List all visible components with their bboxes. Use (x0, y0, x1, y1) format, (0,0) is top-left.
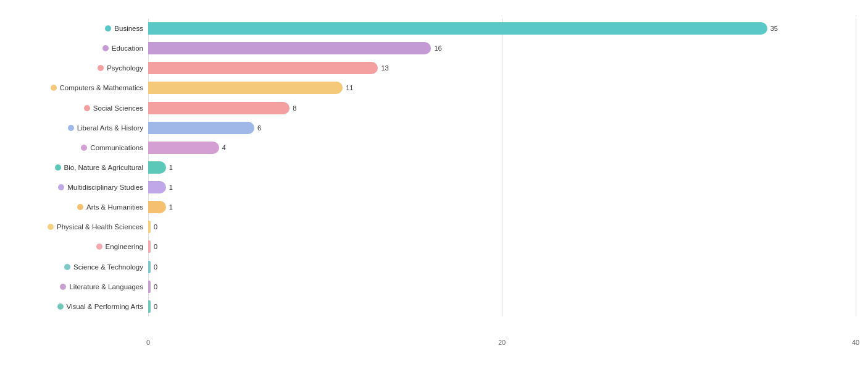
x-axis-label: 40 (852, 339, 859, 346)
category-dot (51, 85, 57, 91)
x-axis: 02040 (148, 336, 856, 349)
bar-label: Physical & Health Sciences (57, 223, 143, 231)
bar-value: 13 (381, 64, 388, 72)
table-row: Physical & Health Sciences0 (12, 218, 856, 235)
category-dot (58, 184, 64, 190)
bar-label: Multidisciplinary Studies (67, 184, 143, 191)
table-row: Literature & Languages0 (12, 278, 856, 295)
bar-value: 4 (222, 144, 226, 151)
category-dot (48, 224, 54, 230)
table-row: Communications4 (12, 139, 856, 156)
bar-label: Social Sciences (93, 104, 143, 112)
bar-label: Science & Technology (73, 263, 143, 271)
bar-label: Communications (90, 144, 143, 151)
bar-value: 1 (169, 203, 173, 211)
table-row: Social Sciences8 (12, 100, 856, 117)
bar-label: Education (112, 45, 143, 52)
bar (148, 181, 166, 193)
grid-line (856, 19, 856, 316)
category-dot (64, 264, 70, 270)
table-row: Visual & Performing Arts0 (12, 298, 856, 315)
bar-value: 0 (154, 223, 157, 231)
bar-value: 6 (257, 124, 261, 132)
table-row: Bio, Nature & Agricultural1 (12, 159, 856, 176)
table-row: Arts & Humanities1 (12, 198, 856, 216)
bar (148, 261, 151, 273)
category-dot (57, 303, 64, 310)
bar-label: Psychology (107, 64, 143, 72)
x-axis-label: 20 (498, 339, 506, 346)
table-row: Computers & Mathematics11 (12, 79, 856, 96)
category-dot (105, 25, 111, 32)
table-row: Multidisciplinary Studies1 (12, 179, 856, 196)
bar-label: Business (114, 25, 143, 32)
bar (148, 142, 219, 154)
table-row: Psychology13 (12, 59, 856, 77)
category-dot (68, 125, 74, 131)
bar-label: Engineering (106, 243, 143, 250)
table-row: Education16 (12, 40, 856, 57)
bar-label: Visual & Performing Arts (67, 303, 143, 310)
chart-container: Business35Education16Psychology13Compute… (0, 0, 868, 390)
chart-body: Business35Education16Psychology13Compute… (12, 19, 856, 334)
bar-label: Computers & Mathematics (60, 84, 144, 91)
bar (148, 240, 151, 253)
category-dot (81, 145, 87, 151)
bar (148, 221, 151, 233)
bar-value: 0 (154, 243, 157, 250)
category-dot (98, 65, 104, 71)
bar (148, 82, 343, 94)
bar-label: Literature & Languages (69, 283, 143, 290)
bar-value: 1 (169, 184, 173, 191)
category-dot (96, 244, 102, 250)
bar-value: 0 (154, 263, 157, 271)
category-dot (102, 45, 109, 51)
bar-rows: Business35Education16Psychology13Compute… (12, 19, 856, 316)
table-row: Engineering0 (12, 238, 856, 255)
bar-value: 11 (346, 84, 353, 91)
bar (148, 300, 151, 313)
bar (148, 22, 767, 35)
category-dot (55, 164, 61, 171)
table-row: Liberal Arts & History6 (12, 119, 856, 137)
bar-value: 35 (770, 25, 778, 32)
bar-value: 16 (434, 45, 441, 52)
bar (148, 102, 290, 114)
table-row: Science & Technology0 (12, 258, 856, 276)
bar (148, 281, 151, 293)
bar (148, 122, 254, 134)
bar (148, 161, 166, 174)
bar-label: Bio, Nature & Agricultural (64, 164, 143, 171)
x-axis-label: 0 (146, 339, 150, 346)
category-dot (60, 284, 66, 290)
bar-label: Liberal Arts & History (77, 124, 143, 132)
bar-value: 8 (293, 104, 296, 112)
table-row: Business35 (12, 20, 856, 37)
category-dot (77, 204, 83, 210)
bar (148, 42, 431, 54)
category-dot (84, 105, 90, 111)
bar (148, 201, 166, 213)
bar-value: 0 (154, 283, 157, 290)
bar-label: Arts & Humanities (86, 203, 143, 211)
bar (148, 62, 378, 74)
bar-value: 0 (154, 303, 157, 310)
bar-value: 1 (169, 164, 173, 171)
